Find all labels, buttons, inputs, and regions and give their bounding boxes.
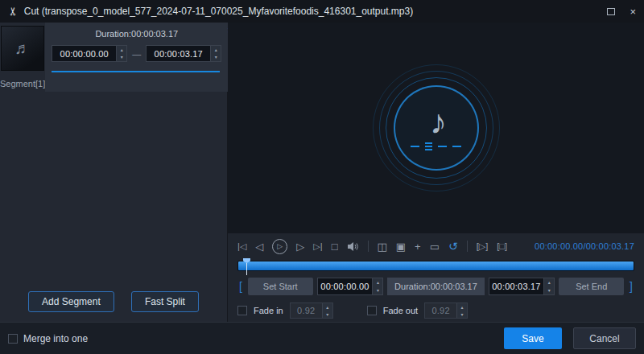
end-time-value: 00:00:03.17 (489, 278, 544, 294)
segment-progress-bar (52, 71, 220, 72)
spin-down-icon[interactable]: ▾ (544, 286, 554, 294)
close-button[interactable]: × (630, 6, 636, 17)
cancel-button[interactable]: Cancel (573, 327, 636, 349)
end-bracket: ] (628, 280, 634, 293)
spin-up-icon[interactable]: ▴ (544, 278, 554, 286)
stop-segment-icon[interactable]: [□] (497, 242, 507, 251)
segment-start-stepper[interactable]: ▴ ▾ (116, 46, 126, 61)
spin-down-icon[interactable]: ▾ (117, 54, 126, 62)
playback-toolbar: |◁ ◁ ▷ ▷ ▷| □ ◫ ▣ + ▭ ↺ [▷] [□] 00:00:00… (228, 234, 644, 258)
fast-split-button[interactable]: Fast Split (131, 291, 199, 312)
fade-out-stepper[interactable]: ▴ ▾ (456, 303, 467, 318)
toolbar-separator (467, 241, 468, 252)
add-segment-button[interactable]: Add Segment (28, 291, 114, 312)
timeline-slider[interactable] (237, 261, 634, 271)
go-to-end-icon[interactable]: ▷| (313, 242, 322, 251)
start-bracket: [ (237, 280, 244, 293)
go-to-start-icon[interactable]: |◁ (237, 242, 246, 251)
step-forward-icon[interactable]: ▷ (296, 241, 304, 252)
end-time-stepper[interactable]: ▴ ▾ (543, 278, 554, 294)
segment-start-input[interactable]: 00:00:00.00 ▴ ▾ (52, 45, 127, 62)
toolbar-separator (368, 241, 369, 252)
player-panel: ♪ |◁ ◁ ▷ ▷ ▷| □ ◫ ▣ + ▭ ↺ [▷] (228, 23, 644, 322)
spin-up-icon[interactable]: ▴ (457, 303, 467, 311)
maximize-icon (607, 8, 615, 15)
eq-dash (438, 146, 447, 147)
segment-panel: ♬ Segment[1] Duration:00:00:03.17 × ∧ ∨ … (0, 23, 228, 322)
trim-controls: [ Set Start 00:00:00.00 ▴ ▾ Duration:00:… (237, 278, 634, 295)
fade-out-input[interactable]: 0.92 ▴ ▾ (424, 303, 468, 319)
fade-in-input[interactable]: 0.92 ▴ ▾ (290, 303, 333, 319)
segment-end-input[interactable]: 00:00:03.17 ▴ ▾ (146, 45, 221, 62)
reset-icon[interactable]: ↺ (448, 241, 458, 252)
add-icon[interactable]: + (415, 241, 421, 252)
stop-icon[interactable]: □ (332, 241, 338, 252)
split-icon[interactable]: ◫ (378, 241, 387, 252)
dialog-actions: Save Cancel (504, 327, 636, 349)
music-note-icon: ♬ (14, 39, 31, 58)
merge-label: Merge into one (23, 333, 88, 344)
start-time-stepper[interactable]: ▴ ▾ (372, 278, 382, 294)
playhead-flag (243, 258, 250, 263)
fade-in-label: Fade in (254, 306, 283, 315)
play-icon: ▷ (277, 242, 283, 250)
scissors-icon: ✂ (6, 6, 19, 16)
segment-end-value: 00:00:03.17 (147, 46, 210, 61)
duration-display: Duration:00:00:03.17 (387, 278, 484, 295)
fade-in-checkbox[interactable] (237, 306, 247, 315)
segment-end-stepper[interactable]: ▴ ▾ (210, 46, 221, 61)
segment-label: Segment[1] (0, 79, 45, 88)
playhead-line (246, 263, 247, 275)
play-button[interactable]: ▷ (272, 239, 287, 254)
titlebar: ✂ Cut (transpose_0_model_577_2024-07-11_… (0, 0, 644, 23)
footer-bar: Merge into one Save Cancel (0, 322, 644, 354)
eq-stack (425, 142, 432, 150)
segment-start-value: 00:00:00.00 (52, 46, 116, 61)
save-button[interactable]: Save (504, 327, 562, 349)
equalizer-marks (411, 142, 461, 150)
segment-mark-icon[interactable]: ▣ (396, 241, 406, 252)
fade-controls: Fade in 0.92 ▴ ▾ Fade out 0.92 ▴ ▾ (237, 303, 634, 319)
volume-icon[interactable] (347, 241, 359, 252)
end-time-input[interactable]: 00:00:03.17 ▴ ▾ (489, 278, 555, 295)
eq-dash (411, 146, 419, 147)
merge-into-one-option[interactable]: Merge into one (8, 333, 88, 344)
window-controls: × (607, 6, 636, 17)
spin-down-icon[interactable]: ▾ (373, 286, 382, 294)
step-back-icon[interactable]: ◁ (255, 241, 263, 252)
fade-in-value: 0.92 (291, 303, 322, 318)
merge-checkbox[interactable] (8, 334, 18, 344)
music-note-icon: ♪ (430, 105, 447, 139)
spin-up-icon[interactable]: ▴ (323, 303, 332, 311)
start-time-input[interactable]: 00:00:00.00 ▴ ▾ (317, 278, 384, 295)
preview-area: ♪ (228, 23, 644, 233)
start-time-value: 00:00:00.00 (318, 278, 373, 294)
spin-up-icon[interactable]: ▴ (211, 46, 221, 54)
segment-time-range: 00:00:00.00 ▴ ▾ — 00:00:03.17 ▴ ▾ (52, 45, 221, 62)
segment-editor: Duration:00:00:03.17 × ∧ ∨ 00:00:00.00 ▴… (45, 23, 237, 92)
segment-thumbnail[interactable]: ♬ (1, 26, 44, 71)
artwork-disc: ♪ (394, 85, 479, 171)
spin-down-icon[interactable]: ▾ (323, 311, 332, 318)
range-separator: — (132, 49, 141, 59)
fade-out-checkbox[interactable] (367, 306, 377, 315)
spin-up-icon[interactable]: ▴ (117, 46, 126, 54)
play-segment-icon[interactable]: [▷] (477, 242, 489, 251)
maximize-button[interactable] (607, 6, 615, 17)
spin-up-icon[interactable]: ▴ (373, 278, 382, 286)
segment-item: ♬ Segment[1] Duration:00:00:03.17 × ∧ ∨ … (0, 23, 227, 92)
set-start-button[interactable]: Set Start (248, 278, 313, 295)
segment-actions: Add Segment Fast Split (0, 291, 227, 312)
eq-dash (452, 146, 461, 147)
fade-out-label: Fade out (383, 306, 418, 315)
segment-thumb-column: ♬ Segment[1] (0, 23, 45, 92)
segment-duration-label: Duration:00:00:03.17 (52, 29, 221, 39)
fade-in-stepper[interactable]: ▴ ▾ (322, 303, 332, 318)
spin-down-icon[interactable]: ▾ (211, 54, 221, 62)
copy-icon[interactable]: ▭ (430, 241, 440, 252)
spin-down-icon[interactable]: ▾ (457, 311, 467, 318)
set-end-button[interactable]: Set End (559, 278, 624, 295)
time-display: 00:00:00.00/00:00:03.17 (535, 241, 634, 251)
playhead-marker[interactable] (243, 258, 250, 275)
window-title: Cut (transpose_0_model_577_2024-07-11_07… (24, 6, 413, 17)
